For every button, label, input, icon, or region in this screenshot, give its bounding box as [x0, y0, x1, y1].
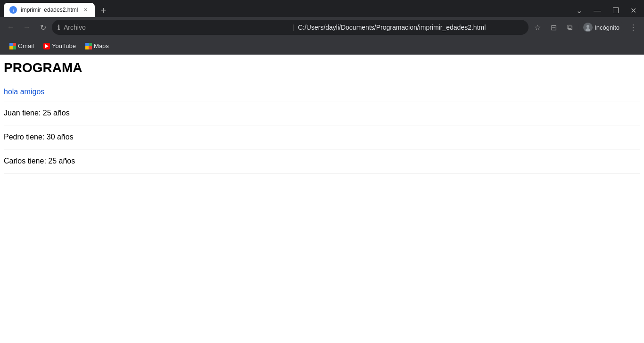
info-icon: ℹ [58, 24, 60, 31]
navigation-bar: ← → ↻ ℹ Archivo | C:/Users/dayli/Documen… [0, 17, 644, 38]
tab-favicon: i [9, 6, 17, 14]
svg-rect-7 [85, 46, 89, 49]
content-block: hola amigos Juan tiene: 25 años Pedro ti… [4, 83, 640, 173]
bookmark-gmail[interactable]: Gmail [6, 41, 38, 51]
pedro-text: Pedro tiene: 30 años [4, 125, 640, 149]
bookmark-youtube[interactable]: YouTube [40, 41, 80, 51]
youtube-favicon-icon [43, 43, 50, 49]
maximize-button[interactable]: ❒ [609, 4, 623, 17]
incognito-button[interactable]: Incógnito [578, 21, 624, 34]
tab-close-button[interactable]: × [82, 6, 89, 14]
bookmark-youtube-label: YouTube [52, 42, 76, 49]
split-button[interactable]: ⧉ [562, 20, 577, 34]
tab-search-button[interactable]: ⊟ [546, 20, 561, 34]
hola-amigos-link[interactable]: hola amigos [4, 83, 640, 101]
juan-text: Juan tiene: 25 años [4, 101, 640, 125]
address-url: C:/Users/dayli/Documents/Programacion/im… [298, 24, 523, 31]
address-divider: | [292, 24, 294, 31]
back-button[interactable]: ← [4, 20, 18, 34]
minimize-button[interactable]: — [590, 5, 605, 17]
divider-4 [4, 173, 640, 173]
close-window-button[interactable]: ✕ [627, 4, 640, 17]
incognito-label: Incógnito [594, 24, 619, 31]
page-title: PROGRAMA [4, 60, 640, 75]
bookmark-star-button[interactable]: ☆ [530, 20, 545, 34]
address-bar[interactable]: ℹ Archivo | C:/Users/dayli/Documents/Pro… [52, 20, 528, 35]
svg-rect-5 [85, 43, 89, 46]
bookmark-gmail-label: Gmail [18, 42, 34, 49]
svg-rect-6 [89, 43, 92, 46]
page-content: PROGRAMA hola amigos Juan tiene: 25 años… [0, 55, 644, 343]
address-prefix: Archivo [64, 24, 289, 31]
tab-strip-chevron[interactable]: ⌄ [572, 4, 586, 17]
incognito-avatar [583, 23, 593, 32]
menu-button[interactable]: ⋮ [626, 20, 640, 34]
tab-title: imprimir_edades2.html [21, 7, 78, 13]
bookmark-maps-label: Maps [94, 42, 109, 49]
bookmark-maps[interactable]: Maps [82, 41, 113, 51]
carlos-text: Carlos tiene: 25 años [4, 149, 640, 173]
refresh-button[interactable]: ↻ [36, 20, 50, 34]
window-controls: ⌄ — ❒ ✕ [572, 4, 640, 17]
maps-favicon-icon [85, 43, 92, 49]
new-tab-button[interactable]: + [97, 4, 110, 17]
svg-text:i: i [13, 8, 14, 13]
bookmarks-bar: Gmail YouTube Maps [0, 38, 644, 55]
nav-right-actions: ☆ ⊟ ⧉ Incógnito ⋮ [530, 20, 640, 34]
google-favicon-icon [9, 43, 16, 49]
active-tab[interactable]: i imprimir_edades2.html × [4, 3, 95, 17]
svg-point-3 [586, 25, 589, 28]
svg-rect-8 [89, 46, 92, 49]
forward-button[interactable]: → [20, 20, 34, 34]
tab-bar: i imprimir_edades2.html × + ⌄ — ❒ ✕ [0, 0, 644, 17]
